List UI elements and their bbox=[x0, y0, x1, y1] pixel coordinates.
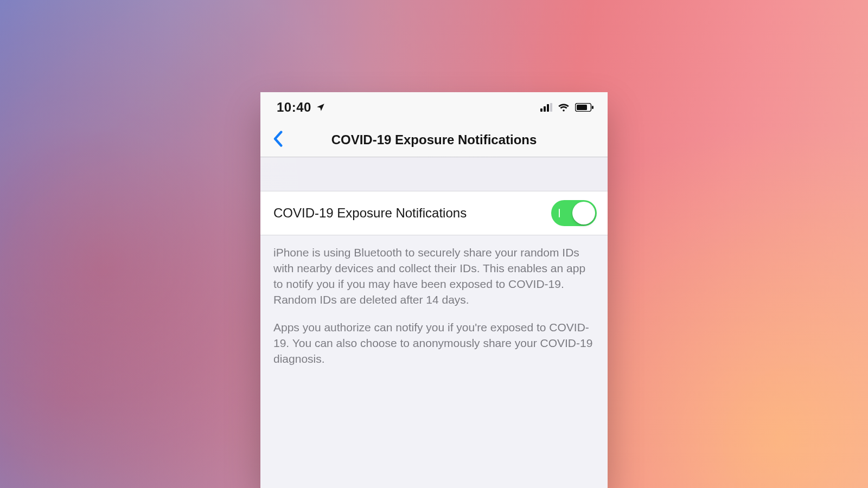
navigation-bar: COVID-19 Exposure Notifications bbox=[260, 123, 608, 157]
status-time: 10:40 bbox=[277, 100, 311, 115]
svg-rect-3 bbox=[550, 103, 552, 112]
exposure-notifications-toggle[interactable] bbox=[551, 200, 597, 226]
status-bar-right bbox=[540, 103, 593, 112]
wallpaper-background: 10:40 bbox=[0, 0, 868, 488]
svg-rect-6 bbox=[592, 106, 593, 109]
section-footer: iPhone is using Bluetooth to securely sh… bbox=[260, 235, 608, 367]
phone-screen: 10:40 bbox=[260, 92, 608, 488]
footer-paragraph-1: iPhone is using Bluetooth to securely sh… bbox=[273, 245, 595, 308]
status-bar: 10:40 bbox=[260, 92, 608, 123]
footer-paragraph-2: Apps you authorize can notify you if you… bbox=[273, 320, 595, 367]
svg-rect-2 bbox=[547, 104, 549, 112]
location-services-icon bbox=[316, 102, 326, 112]
chevron-left-icon bbox=[273, 131, 283, 149]
status-bar-left: 10:40 bbox=[277, 100, 326, 115]
page-title: COVID-19 Exposure Notifications bbox=[331, 132, 537, 147]
svg-rect-5 bbox=[577, 105, 587, 110]
cellular-signal-icon bbox=[540, 103, 552, 112]
section-spacer bbox=[260, 157, 608, 191]
svg-rect-1 bbox=[544, 106, 546, 112]
wifi-icon bbox=[558, 103, 570, 112]
battery-icon bbox=[575, 103, 593, 112]
toggle-knob bbox=[572, 202, 595, 224]
exposure-notifications-label: COVID-19 Exposure Notifications bbox=[273, 206, 467, 221]
exposure-notifications-row: COVID-19 Exposure Notifications bbox=[260, 191, 608, 235]
svg-rect-0 bbox=[540, 108, 542, 112]
back-button[interactable] bbox=[268, 129, 288, 151]
